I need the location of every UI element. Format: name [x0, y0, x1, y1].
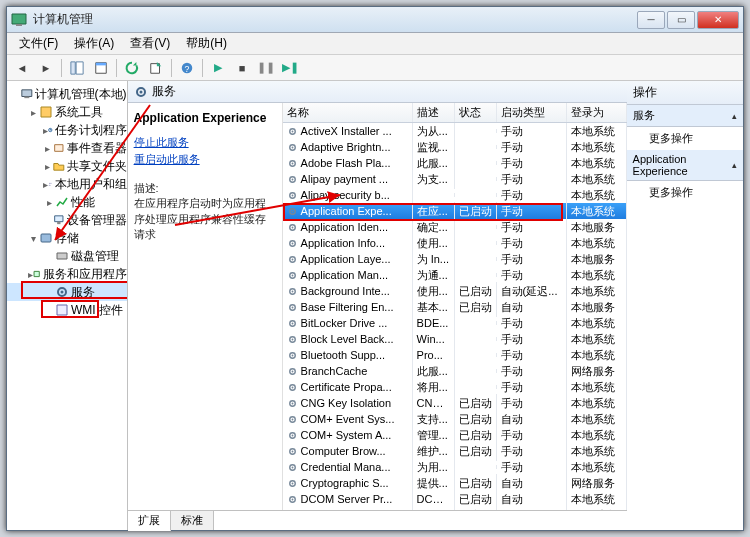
menu-action[interactable]: 操作(A)	[66, 33, 122, 54]
svg-rect-19	[57, 253, 67, 259]
tree-wmi-control[interactable]: WMI 控件	[7, 301, 127, 319]
gear-icon	[287, 462, 298, 473]
tree-task-scheduler[interactable]: ▸任务计划程序	[7, 121, 127, 139]
separator	[202, 59, 203, 77]
gear-icon	[287, 190, 298, 201]
col-name[interactable]: 名称	[283, 103, 413, 122]
refresh-button[interactable]	[121, 58, 143, 78]
svg-point-47	[291, 290, 293, 292]
svg-point-69	[291, 466, 293, 468]
svg-point-71	[291, 482, 293, 484]
mid-header: 服务	[128, 81, 627, 103]
svg-point-43	[291, 258, 293, 260]
gear-icon	[287, 302, 298, 313]
tree-performance[interactable]: ▸性能	[7, 193, 127, 211]
actions-section-selected[interactable]: Application Experience▴	[627, 150, 743, 181]
gear-icon	[287, 366, 298, 377]
detail-title: Application Experience	[134, 111, 276, 125]
gear-icon	[287, 414, 298, 425]
gear-icon	[287, 318, 298, 329]
svg-point-51	[291, 322, 293, 324]
svg-rect-17	[57, 222, 60, 224]
gear-icon	[287, 494, 298, 505]
gear-icon	[287, 174, 298, 185]
svg-rect-5	[96, 62, 107, 65]
gear-icon	[287, 350, 298, 361]
restart-service-link[interactable]: 重启动此服务	[134, 152, 276, 167]
svg-point-63	[291, 418, 293, 420]
svg-point-45	[291, 274, 293, 276]
gear-icon	[287, 478, 298, 489]
mid-header-label: 服务	[152, 83, 176, 100]
svg-point-33	[291, 178, 293, 180]
svg-point-53	[291, 338, 293, 340]
actions-more-2[interactable]: 更多操作	[627, 181, 743, 204]
actions-more-1[interactable]: 更多操作	[627, 127, 743, 150]
stop-service-link[interactable]: 停止此服务	[134, 135, 276, 150]
gear-icon	[287, 446, 298, 457]
detail-pane: Application Experience 停止此服务 重启动此服务 描述: …	[128, 103, 283, 510]
maximize-button[interactable]: ▭	[667, 11, 695, 29]
svg-point-22	[61, 291, 64, 294]
services-list[interactable]: 名称 描述 状态 启动类型 登录为 ActiveX Installer ...为…	[283, 103, 627, 510]
svg-rect-16	[55, 216, 63, 222]
titlebar: 计算机管理 ─ ▭ ✕	[7, 7, 743, 33]
col-desc[interactable]: 描述	[413, 103, 455, 122]
pause-service-button[interactable]: ❚❚	[255, 58, 277, 78]
export-button[interactable]	[145, 58, 167, 78]
tab-standard[interactable]: 标准	[171, 511, 214, 530]
tree-services[interactable]: 服务	[7, 283, 127, 301]
gear-icon	[287, 270, 298, 281]
tree-storage[interactable]: ▾存储	[7, 229, 127, 247]
menu-file[interactable]: 文件(F)	[11, 33, 66, 54]
forward-button[interactable]: ►	[35, 58, 57, 78]
separator	[116, 59, 117, 77]
tree-services-apps[interactable]: ▸服务和应用程序	[7, 265, 127, 283]
svg-point-27	[291, 130, 293, 132]
svg-point-41	[291, 242, 293, 244]
svg-point-67	[291, 450, 293, 452]
tree-disk-management[interactable]: 磁盘管理	[7, 247, 127, 265]
start-service-button[interactable]: ▶	[207, 58, 229, 78]
gear-icon	[287, 142, 298, 153]
tree-shared-folders[interactable]: ▸共享文件夹	[7, 157, 127, 175]
desc-label: 描述:	[134, 181, 276, 196]
back-button[interactable]: ◄	[11, 58, 33, 78]
navigation-tree[interactable]: 计算机管理(本地) ▸系统工具 ▸任务计划程序 ▸事件查看器 ▸共享文件夹 ▸本…	[7, 81, 128, 530]
menu-view[interactable]: 查看(V)	[122, 33, 178, 54]
stop-service-button[interactable]: ■	[231, 58, 253, 78]
gear-icon	[287, 510, 298, 511]
gear-icon	[287, 430, 298, 441]
close-button[interactable]: ✕	[697, 11, 739, 29]
view-tabs: 扩展 标准	[128, 510, 627, 530]
tab-extended[interactable]: 扩展	[128, 511, 171, 531]
col-start[interactable]: 启动类型	[497, 103, 567, 122]
service-row[interactable]: Desktop Windo...提供...已启动自动本地系统	[283, 507, 627, 510]
tree-device-manager[interactable]: 设备管理器	[7, 211, 127, 229]
gear-icon	[287, 382, 298, 393]
tree-system-tools[interactable]: ▸系统工具	[7, 103, 127, 121]
tree-event-viewer[interactable]: ▸事件查看器	[7, 139, 127, 157]
svg-rect-0	[12, 14, 26, 24]
menubar: 文件(F) 操作(A) 查看(V) 帮助(H)	[7, 33, 743, 55]
restart-service-button[interactable]: ▶❚	[279, 58, 301, 78]
svg-point-25	[139, 90, 142, 93]
app-icon	[11, 12, 27, 28]
menu-help[interactable]: 帮助(H)	[178, 33, 235, 54]
col-logon[interactable]: 登录为	[567, 103, 627, 122]
svg-point-61	[291, 402, 293, 404]
col-status[interactable]: 状态	[455, 103, 497, 122]
minimize-button[interactable]: ─	[637, 11, 665, 29]
gear-icon	[287, 238, 298, 249]
separator	[171, 59, 172, 77]
properties-button[interactable]	[90, 58, 112, 78]
actions-section-services[interactable]: 服务▴	[627, 105, 743, 127]
svg-rect-2	[71, 61, 75, 73]
help-button[interactable]: ?	[176, 58, 198, 78]
svg-rect-18	[41, 234, 51, 242]
tree-root[interactable]: 计算机管理(本地)	[7, 85, 127, 103]
actions-header: 操作	[627, 81, 743, 105]
tree-local-users[interactable]: ▸本地用户和组	[7, 175, 127, 193]
show-hide-tree-button[interactable]	[66, 58, 88, 78]
svg-point-15	[50, 183, 51, 184]
